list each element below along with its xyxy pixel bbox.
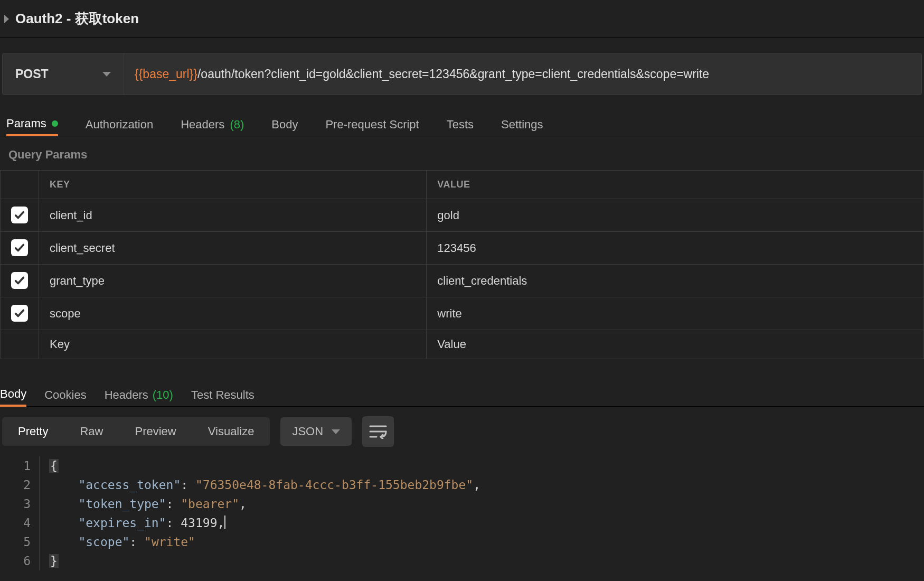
resp-tab-headers[interactable]: Headers (10)	[105, 383, 173, 406]
resp-tab-headers-count: (10)	[153, 388, 173, 402]
response-view-controls: Pretty Raw Preview Visualize JSON	[0, 407, 924, 452]
param-key-cell[interactable]: grant_type	[39, 265, 427, 297]
caret-down-icon	[102, 72, 111, 77]
col-checkbox	[1, 171, 39, 199]
tab-params-label: Params	[6, 117, 46, 130]
param-row: scopewrite	[1, 297, 924, 330]
param-value-cell[interactable]: 123456	[427, 232, 924, 265]
request-title-bar: Oauth2 - 获取token	[0, 0, 924, 38]
resp-tab-cookies[interactable]: Cookies	[44, 383, 86, 406]
resp-tab-body[interactable]: Body	[0, 384, 26, 407]
resp-tab-headers-label: Headers	[105, 388, 148, 402]
tab-settings[interactable]: Settings	[501, 113, 543, 136]
resp-tab-testresults[interactable]: Test Results	[191, 383, 254, 406]
view-visualize[interactable]: Visualize	[192, 417, 270, 446]
param-value-cell[interactable]: gold	[427, 199, 924, 232]
resp-tab-cookies-label: Cookies	[44, 388, 86, 402]
tab-authorization-label: Authorization	[86, 118, 153, 132]
http-method-label: POST	[15, 67, 49, 81]
tab-settings-label: Settings	[501, 118, 543, 132]
param-row: client_secret123456	[1, 232, 924, 265]
param-checkbox-empty	[1, 330, 39, 359]
param-value-cell[interactable]: write	[427, 297, 924, 330]
tab-body[interactable]: Body	[271, 113, 298, 136]
response-body-viewer[interactable]: 123456 { "access_token": "76350e48-8fab-…	[0, 452, 924, 570]
response-code: { "access_token": "76350e48-8fab-4ccc-b3…	[39, 456, 480, 570]
param-row: grant_typeclient_credentials	[1, 265, 924, 297]
view-pretty[interactable]: Pretty	[2, 417, 64, 446]
request-row: POST {{base_url}}/oauth/token?client_id=…	[2, 53, 922, 95]
tab-tests-label: Tests	[447, 118, 474, 132]
query-params-table: KEY VALUE client_idgoldclient_secret1234…	[0, 170, 924, 359]
param-value-input[interactable]: Value	[427, 330, 924, 359]
param-key-cell[interactable]: client_secret	[39, 232, 427, 265]
param-checkbox[interactable]	[11, 272, 28, 289]
view-preview[interactable]: Preview	[119, 417, 192, 446]
tab-body-label: Body	[271, 118, 298, 132]
view-raw[interactable]: Raw	[64, 417, 119, 446]
collapse-toggle-icon[interactable]	[4, 15, 9, 23]
tab-params[interactable]: Params	[6, 114, 58, 136]
param-key-cell[interactable]: client_id	[39, 199, 427, 232]
query-params-heading: Query Params	[0, 136, 924, 170]
tab-headers[interactable]: Headers (8)	[181, 113, 244, 136]
col-key-header: KEY	[39, 171, 427, 199]
response-format-label: JSON	[292, 425, 323, 438]
url-input[interactable]: {{base_url}}/oauth/token?client_id=gold&…	[124, 53, 921, 95]
param-key-cell[interactable]: scope	[39, 297, 427, 330]
param-key-input[interactable]: Key	[39, 330, 427, 359]
col-value-header: VALUE	[427, 171, 924, 199]
resp-tab-body-label: Body	[0, 387, 26, 401]
caret-down-icon	[332, 429, 340, 434]
response-format-select[interactable]: JSON	[280, 417, 352, 446]
url-variable: {{base_url}}	[135, 67, 197, 81]
request-tabs: Params Authorization Headers (8) Body Pr…	[0, 95, 924, 136]
param-row: client_idgold	[1, 199, 924, 232]
param-checkbox[interactable]	[11, 239, 28, 256]
resp-tab-testresults-label: Test Results	[191, 388, 254, 402]
tab-headers-label: Headers	[181, 118, 224, 132]
tab-prerequest[interactable]: Pre-request Script	[325, 113, 419, 136]
wrap-lines-button[interactable]	[362, 416, 394, 447]
param-value-cell[interactable]: client_credentials	[427, 265, 924, 297]
tab-headers-count: (8)	[230, 118, 244, 132]
url-path: /oauth/token?client_id=gold&client_secre…	[197, 67, 709, 81]
view-mode-group: Pretty Raw Preview Visualize	[2, 417, 270, 446]
tab-authorization[interactable]: Authorization	[86, 113, 153, 136]
params-active-dot-icon	[52, 120, 58, 127]
param-row-new: KeyValue	[1, 330, 924, 359]
param-checkbox[interactable]	[11, 305, 28, 322]
request-title: Oauth2 - 获取token	[15, 10, 139, 28]
tab-prerequest-label: Pre-request Script	[325, 118, 419, 132]
response-tabs: Body Cookies Headers (10) Test Results	[0, 371, 924, 407]
line-gutter: 123456	[0, 456, 39, 570]
http-method-select[interactable]: POST	[3, 53, 124, 95]
tab-tests[interactable]: Tests	[447, 113, 474, 136]
param-checkbox[interactable]	[11, 207, 28, 223]
